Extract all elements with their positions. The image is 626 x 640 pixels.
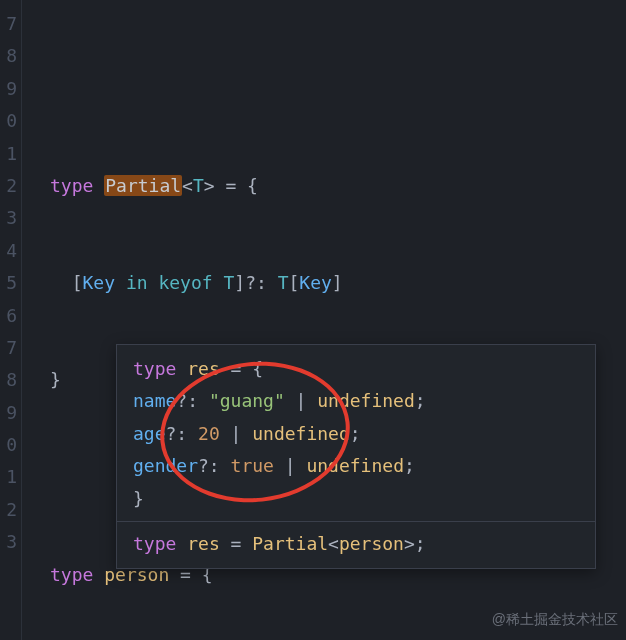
type-info-tooltip: type res = { name?: "guang" | undefined;…	[116, 344, 596, 569]
line-number-gutter: 7 8 9 0 1 2 3 4 5 6 7 8 9 0 1 2 3	[0, 0, 22, 640]
watermark-text: @稀土掘金技术社区	[492, 607, 618, 632]
type-name-partial: Partial	[104, 175, 182, 196]
code-line: type Partial<T> = {	[50, 170, 626, 202]
code-line: [Key in keyof T]?: T[Key]	[50, 267, 626, 299]
